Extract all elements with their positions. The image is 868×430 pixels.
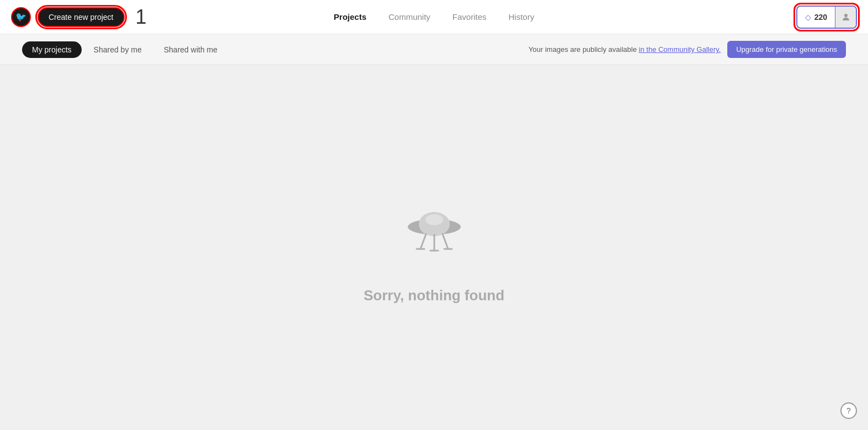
nav-history[interactable]: History	[509, 10, 535, 24]
tab-my-projects[interactable]: My projects	[22, 41, 82, 58]
header-right: ◇ 220	[796, 6, 857, 29]
nav-favorites[interactable]: Favorites	[452, 10, 487, 24]
avatar-button[interactable]	[835, 7, 856, 28]
upgrade-button[interactable]: Upgrade for private generations	[727, 41, 846, 58]
app-header: 🐦 Create new project 1 Projects Communit…	[0, 0, 868, 34]
public-notice: Your images are publicly available in th…	[529, 45, 721, 54]
user-icon	[841, 12, 851, 22]
svg-point-3	[425, 214, 443, 225]
step-indicator: 1	[136, 6, 147, 29]
sub-header: My projects Shared by me Shared with me …	[0, 34, 868, 65]
tab-shared-by-me[interactable]: Shared by me	[84, 41, 152, 58]
main-content: Sorry, nothing found	[0, 65, 868, 430]
tab-shared-with-me[interactable]: Shared with me	[154, 41, 227, 58]
diamond-icon: ◇	[805, 13, 811, 22]
ufo-illustration	[396, 191, 473, 268]
help-button[interactable]: ?	[840, 402, 857, 419]
main-nav: Projects Community Favorites History	[334, 10, 534, 24]
logo-button[interactable]: 🐦	[11, 7, 31, 27]
nav-projects[interactable]: Projects	[334, 10, 366, 24]
svg-point-0	[844, 14, 848, 17]
header-left: 🐦 Create new project 1	[11, 6, 147, 29]
credits-group[interactable]: ◇ 220	[796, 6, 857, 29]
create-project-button[interactable]: Create new project	[38, 7, 125, 27]
svg-line-6	[443, 234, 448, 249]
logo-icon: 🐦	[15, 12, 26, 22]
credits-inner: ◇ 220	[797, 9, 835, 25]
tab-group: My projects Shared by me Shared with me	[22, 41, 529, 58]
community-gallery-link[interactable]: in the Community Gallery.	[639, 45, 721, 54]
sub-header-right: Your images are publicly available in th…	[529, 41, 846, 58]
empty-state-message: Sorry, nothing found	[364, 287, 504, 304]
svg-line-4	[420, 234, 426, 249]
credits-count: 220	[814, 13, 827, 22]
nav-community[interactable]: Community	[388, 10, 430, 24]
empty-state-icon	[396, 191, 473, 270]
